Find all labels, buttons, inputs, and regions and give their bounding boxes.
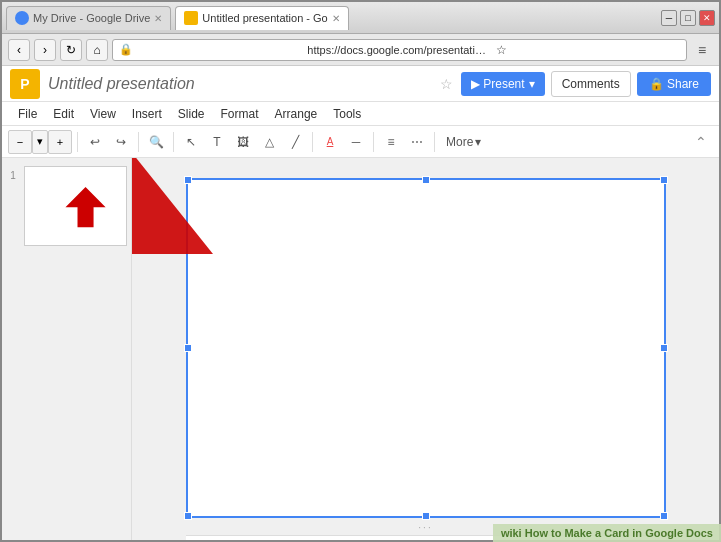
separator-4 <box>312 132 313 152</box>
menu-file[interactable]: File <box>10 105 45 123</box>
menu-edit[interactable]: Edit <box>45 105 82 123</box>
wiki-prefix: wiki <box>501 527 522 539</box>
line-color-button[interactable]: ─ <box>344 130 368 154</box>
title-bar: My Drive - Google Drive ✕ Untitled prese… <box>2 2 719 34</box>
undo-button[interactable]: ↩ <box>83 130 107 154</box>
border-weight-button[interactable]: ≡ <box>379 130 403 154</box>
watermark-text: How to Make a Card in Google Docs <box>525 527 713 539</box>
textbox-tool[interactable]: T <box>205 130 229 154</box>
separator-2 <box>138 132 139 152</box>
fill-color-button[interactable]: A <box>318 130 342 154</box>
svg-marker-0 <box>65 187 105 227</box>
drive-tab-label: My Drive - Google Drive <box>33 12 150 24</box>
zoom-minus-button[interactable]: − <box>8 130 32 154</box>
url-text: https://docs.google.com/presentation/d/1… <box>307 44 491 56</box>
slides-tab-close[interactable]: ✕ <box>332 13 340 24</box>
close-button[interactable]: ✕ <box>699 10 715 26</box>
present-dropdown-icon: ▾ <box>529 77 535 91</box>
handle-bottom-right[interactable] <box>660 512 668 520</box>
address-bar[interactable]: 🔒 https://docs.google.com/presentation/d… <box>112 39 687 61</box>
more-button[interactable]: More ▾ <box>440 133 487 151</box>
slide-panel: 1 <box>2 158 132 540</box>
forward-button[interactable]: › <box>34 39 56 61</box>
slides-tab[interactable]: Untitled presentation - Go ✕ <box>175 6 348 30</box>
separator-6 <box>434 132 435 152</box>
slide-1-wrapper: 1 <box>6 166 127 246</box>
back-button[interactable]: ‹ <box>8 39 30 61</box>
bookmark-icon[interactable]: ☆ <box>496 43 680 57</box>
handle-middle-left[interactable] <box>184 344 192 352</box>
browser-menu-button[interactable]: ≡ <box>691 39 713 61</box>
menu-slide[interactable]: Slide <box>170 105 213 123</box>
doc-title[interactable]: Untitled presentation <box>48 75 432 93</box>
menu-bar: File Edit View Insert Slide Format Arran… <box>2 102 719 126</box>
canvas-area[interactable]: ··· Click to add notes <box>132 158 719 540</box>
header-actions: ▶ Present ▾ Comments 🔒 Share <box>461 71 711 97</box>
zoom-fit-button[interactable]: 🔍 <box>144 130 168 154</box>
drive-tab[interactable]: My Drive - Google Drive ✕ <box>6 6 171 30</box>
menu-insert[interactable]: Insert <box>124 105 170 123</box>
present-label: ▶ Present <box>471 77 525 91</box>
refresh-button[interactable]: ↻ <box>60 39 82 61</box>
menu-tools[interactable]: Tools <box>325 105 369 123</box>
present-button[interactable]: ▶ Present ▾ <box>461 72 545 96</box>
slides-tab-label: Untitled presentation - Go <box>202 12 327 24</box>
maximize-button[interactable]: □ <box>680 10 696 26</box>
slides-logo: P <box>10 69 40 99</box>
app-header: P Untitled presentation ☆ ▶ Present ▾ Co… <box>2 66 719 102</box>
zoom-controls: − ▾ + <box>8 130 72 154</box>
toolbar: − ▾ + ↩ ↪ 🔍 ↖ T 🖼 △ ╱ A ─ ≡ ⋯ More ▾ ⌃ <box>2 126 719 158</box>
menu-view[interactable]: View <box>82 105 124 123</box>
slide-1-thumbnail[interactable] <box>24 166 127 246</box>
slide-container <box>186 178 666 518</box>
toolbar-expand-button[interactable]: ⌃ <box>689 130 713 154</box>
browser-window: My Drive - Google Drive ✕ Untitled prese… <box>0 0 721 542</box>
drive-tab-icon <box>15 11 29 25</box>
star-icon[interactable]: ☆ <box>440 76 453 92</box>
more-label: More <box>446 135 473 149</box>
more-dropdown-icon: ▾ <box>475 135 481 149</box>
separator-5 <box>373 132 374 152</box>
redo-button[interactable]: ↪ <box>109 130 133 154</box>
separator-1 <box>77 132 78 152</box>
window-controls: ─ □ ✕ <box>661 10 715 26</box>
handle-middle-right[interactable] <box>660 344 668 352</box>
home-button[interactable]: ⌂ <box>86 39 108 61</box>
select-tool[interactable]: ↖ <box>179 130 203 154</box>
lock-icon: 🔒 <box>119 43 303 56</box>
browser-toolbar: ‹ › ↻ ⌂ 🔒 https://docs.google.com/presen… <box>2 34 719 66</box>
slide-canvas[interactable] <box>186 178 666 518</box>
share-button[interactable]: 🔒 Share <box>637 72 711 96</box>
minimize-button[interactable]: ─ <box>661 10 677 26</box>
drive-tab-close[interactable]: ✕ <box>154 13 162 24</box>
menu-arrange[interactable]: Arrange <box>267 105 326 123</box>
editor-area: 1 <box>2 158 719 540</box>
handle-bottom-center[interactable] <box>422 512 430 520</box>
comments-button[interactable]: Comments <box>551 71 631 97</box>
shape-tool[interactable]: △ <box>257 130 281 154</box>
image-tool[interactable]: 🖼 <box>231 130 255 154</box>
handle-top-left[interactable] <box>184 176 192 184</box>
menu-format[interactable]: Format <box>213 105 267 123</box>
slides-tab-icon <box>184 11 198 25</box>
separator-3 <box>173 132 174 152</box>
slide-1-number: 1 <box>6 170 20 181</box>
zoom-plus-button[interactable]: + <box>48 130 72 154</box>
thumbnail-arrow <box>25 167 126 242</box>
handle-top-center[interactable] <box>422 176 430 184</box>
handle-top-right[interactable] <box>660 176 668 184</box>
line-tool[interactable]: ╱ <box>283 130 307 154</box>
zoom-dropdown[interactable]: ▾ <box>32 130 48 154</box>
border-dash-button[interactable]: ⋯ <box>405 130 429 154</box>
handle-bottom-left[interactable] <box>184 512 192 520</box>
wiki-watermark: wiki How to Make a Card in Google Docs <box>493 524 721 542</box>
